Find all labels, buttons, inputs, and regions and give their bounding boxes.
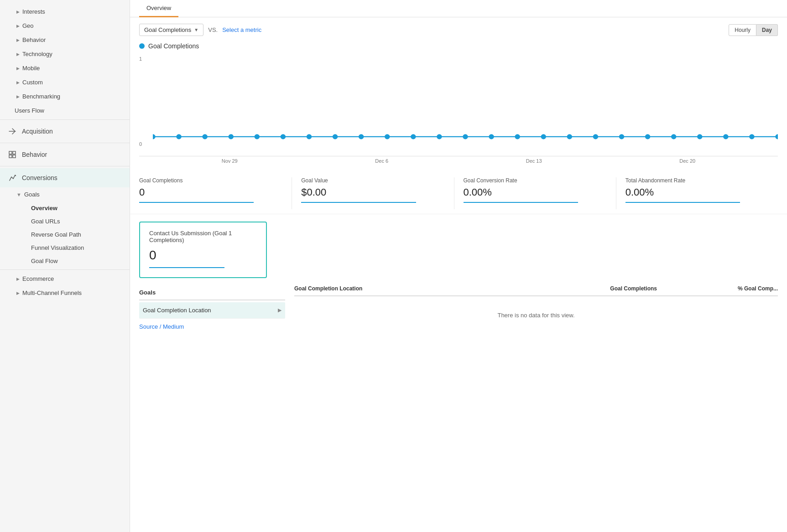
table-header-row: Goal Completion Location Goal Completion… bbox=[294, 285, 778, 296]
chart-container: 1 0 bbox=[139, 56, 778, 156]
tab-overview[interactable]: Overview bbox=[139, 0, 178, 17]
svg-point-20 bbox=[541, 134, 546, 139]
sidebar-item-overview[interactable]: Overview bbox=[0, 201, 130, 215]
svg-rect-0 bbox=[9, 151, 12, 154]
sidebar-item-geo[interactable]: ▶ Geo bbox=[0, 19, 130, 33]
svg-point-28 bbox=[749, 134, 754, 139]
stat-bar bbox=[464, 202, 578, 203]
stat-card-conversion-rate: Goal Conversion Rate 0.00% bbox=[464, 177, 616, 209]
svg-rect-1 bbox=[13, 151, 16, 154]
svg-point-21 bbox=[567, 134, 572, 139]
arrow-icon: ▶ bbox=[16, 80, 20, 85]
svg-point-8 bbox=[229, 134, 234, 139]
svg-point-19 bbox=[515, 134, 520, 139]
svg-point-16 bbox=[437, 134, 442, 139]
sidebar-item-behavior[interactable]: ▶ Behavior bbox=[0, 33, 130, 47]
svg-point-9 bbox=[255, 134, 260, 139]
sidebar-section-behavior[interactable]: Behavior bbox=[0, 145, 130, 164]
svg-point-11 bbox=[307, 134, 312, 139]
svg-point-27 bbox=[723, 134, 728, 139]
goal-card-value: 0 bbox=[149, 248, 257, 263]
stat-label: Goal Completions bbox=[139, 177, 282, 184]
behavior-icon bbox=[7, 150, 17, 160]
svg-point-25 bbox=[671, 134, 676, 139]
stat-value: 0 bbox=[139, 186, 282, 198]
svg-point-26 bbox=[697, 134, 702, 139]
goal-card-bar bbox=[149, 267, 224, 268]
conversions-icon bbox=[7, 173, 17, 183]
svg-rect-3 bbox=[13, 155, 16, 158]
goals-panel-item-source-medium[interactable]: Source / Medium bbox=[139, 319, 285, 335]
arrow-icon: ▶ bbox=[16, 94, 20, 99]
goals-panel-item-completion-location[interactable]: Goal Completion Location ▶ bbox=[139, 302, 285, 319]
tab-bar: Overview bbox=[130, 0, 787, 17]
sidebar-item-mobile[interactable]: ▶ Mobile bbox=[0, 61, 130, 75]
arrow-icon: ▶ bbox=[16, 52, 20, 57]
stat-value: $0.00 bbox=[301, 186, 444, 198]
goals-panel-title: Goals bbox=[139, 285, 285, 300]
arrow-icon: ▶ bbox=[16, 66, 20, 71]
hourly-button[interactable]: Hourly bbox=[729, 24, 756, 36]
svg-point-14 bbox=[385, 134, 390, 139]
svg-point-12 bbox=[333, 134, 338, 139]
goal-card-title: Contact Us Submission (Goal 1 Completion… bbox=[149, 230, 257, 243]
arrow-right-icon: ▶ bbox=[278, 307, 281, 313]
svg-point-5 bbox=[153, 134, 156, 139]
goals-left-panel: Goals Goal Completion Location ▶ Source … bbox=[139, 285, 285, 335]
metric-selector: Goal Completions ▼ VS. Select a metric bbox=[139, 24, 261, 36]
svg-point-29 bbox=[775, 134, 778, 139]
sidebar-item-goals[interactable]: ▼ Goals bbox=[0, 187, 130, 201]
select-metric-link[interactable]: Select a metric bbox=[222, 26, 261, 33]
sidebar-item-users-flow[interactable]: Users Flow bbox=[0, 103, 130, 118]
stat-card-completions: Goal Completions 0 bbox=[139, 177, 292, 209]
sidebar-item-custom[interactable]: ▶ Custom bbox=[0, 75, 130, 89]
arrow-icon: ▶ bbox=[16, 24, 20, 28]
sidebar-section-conversions[interactable]: Conversions bbox=[0, 168, 130, 187]
y-label-top: 1 bbox=[139, 56, 142, 62]
sidebar-item-interests[interactable]: ▶ Interests bbox=[0, 5, 130, 19]
table-col-header-pct: % Goal Comp... bbox=[657, 285, 778, 292]
sidebar-item-goal-flow[interactable]: Goal Flow bbox=[0, 254, 130, 268]
chart-legend: Goal Completions bbox=[139, 42, 778, 50]
svg-point-22 bbox=[593, 134, 598, 139]
acquisition-icon bbox=[7, 126, 17, 136]
table-col-header-location: Goal Completion Location bbox=[294, 285, 536, 292]
chart-area: Goal Completions 1 0 bbox=[130, 42, 787, 168]
svg-point-13 bbox=[359, 134, 364, 139]
sidebar-item-ecommerce[interactable]: ▶ Ecommerce bbox=[0, 272, 130, 286]
table-col-header-completions: Goal Completions bbox=[536, 285, 657, 292]
arrow-icon: ▶ bbox=[16, 277, 20, 281]
stat-value: 0.00% bbox=[464, 186, 607, 198]
stat-bar bbox=[301, 202, 416, 203]
table-no-data: There is no data for this view. bbox=[294, 298, 778, 332]
svg-point-10 bbox=[281, 134, 286, 139]
sidebar-item-goal-urls[interactable]: Goal URLs bbox=[0, 215, 130, 228]
stat-bar bbox=[625, 202, 740, 203]
sidebar-section-acquisition[interactable]: Acquisition bbox=[0, 122, 130, 141]
stat-label: Total Abandonment Rate bbox=[625, 177, 769, 184]
sidebar-item-benchmarking[interactable]: ▶ Benchmarking bbox=[0, 89, 130, 103]
dropdown-arrow-icon: ▼ bbox=[194, 27, 198, 32]
arrow-icon: ▶ bbox=[16, 10, 20, 14]
stats-row: Goal Completions 0 Goal Value $0.00 Goal… bbox=[130, 168, 787, 214]
svg-point-23 bbox=[619, 134, 624, 139]
svg-rect-2 bbox=[9, 155, 12, 158]
main-content: Overview Goal Completions ▼ VS. Select a… bbox=[130, 0, 787, 532]
sidebar-item-reverse-goal-path[interactable]: Reverse Goal Path bbox=[0, 228, 130, 241]
y-label-bottom: 0 bbox=[139, 141, 142, 147]
sidebar-item-funnel-viz[interactable]: Funnel Visualization bbox=[0, 241, 130, 254]
chart-svg bbox=[153, 56, 778, 147]
stat-value: 0.00% bbox=[625, 186, 769, 198]
controls-row: Goal Completions ▼ VS. Select a metric H… bbox=[130, 17, 787, 42]
sidebar-item-multi-channel[interactable]: ▶ Multi-Channel Funnels bbox=[0, 286, 130, 300]
stat-label: Goal Value bbox=[301, 177, 444, 184]
sidebar-item-technology[interactable]: ▶ Technology bbox=[0, 47, 130, 61]
stat-card-value: Goal Value $0.00 bbox=[301, 177, 454, 209]
svg-point-24 bbox=[645, 134, 650, 139]
right-table: Goal Completion Location Goal Completion… bbox=[294, 285, 778, 335]
svg-point-6 bbox=[176, 134, 181, 139]
day-button[interactable]: Day bbox=[756, 24, 778, 36]
metric-dropdown[interactable]: Goal Completions ▼ bbox=[139, 24, 203, 36]
stat-bar bbox=[139, 202, 254, 203]
time-toggle: Hourly Day bbox=[729, 24, 778, 36]
